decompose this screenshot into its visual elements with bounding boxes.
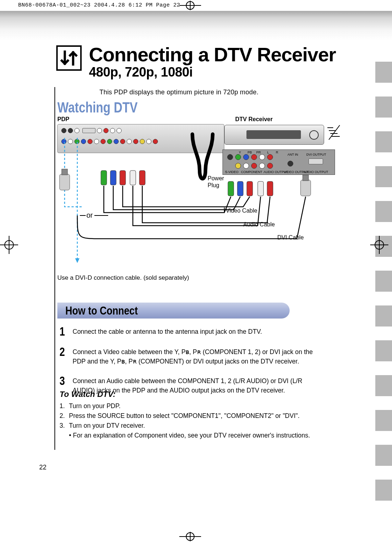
svg-rect-14 — [237, 181, 243, 196]
crop-mark-left — [0, 236, 18, 254]
svg-rect-19 — [303, 175, 309, 181]
how-to-connect-heading: How to Connect — [57, 303, 290, 319]
connection-diagram: PDP DTV Receiver Y P — [57, 116, 337, 272]
file-header: BN68-00678A-01_002~23 2004.4.28 6:12 PM … — [18, 2, 180, 8]
page-number: 22 — [39, 464, 46, 471]
transfer-icon — [56, 45, 82, 71]
side-tabs — [375, 62, 392, 514]
svg-rect-17 — [267, 181, 273, 196]
svg-rect-6 — [60, 174, 70, 190]
dtv-receiver-label: DTV Receiver — [235, 116, 273, 123]
video-cable-label: Video Cable — [226, 208, 257, 214]
dvi-note: Use a DVI-D connection cable. (sold sepa… — [57, 274, 189, 282]
svg-marker-5 — [75, 258, 79, 263]
title-block: Connecting a DTV Receiver 480p, 720p, 10… — [56, 45, 336, 80]
svg-rect-11 — [130, 171, 136, 185]
watching-heading: Watching DTV — [57, 99, 138, 116]
audio-cable-label: Audio Cable — [243, 221, 275, 228]
pdp-label: PDP — [57, 116, 69, 123]
svg-rect-7 — [62, 169, 68, 175]
svg-rect-16 — [258, 181, 264, 196]
to-watch-heading: To Watch DTV: — [60, 390, 115, 399]
pdp-rear-panel — [57, 124, 224, 153]
crop-mark-right — [370, 236, 388, 254]
dtv-receiver-front — [224, 125, 324, 145]
svg-rect-8 — [101, 171, 107, 185]
svg-rect-9 — [110, 171, 116, 185]
to-watch-list: 1.Turn on your PDP. 2.Press the SOURCE b… — [60, 401, 321, 441]
dtv-rear-panel: Y PB PR L R ANT IN DVI OUTPUT S-VIDEO CO… — [222, 149, 335, 175]
svg-rect-12 — [139, 171, 145, 185]
svg-rect-15 — [247, 181, 253, 196]
step-2: 2 Connect a Video cable between the Y, P… — [60, 345, 321, 366]
intro-text: This PDP displays the optimum picture in… — [99, 89, 258, 96]
dvi-cable-label: DVI Cable — [277, 234, 304, 241]
antenna-icon — [325, 123, 343, 141]
svg-rect-18 — [301, 180, 311, 196]
or-label: or — [86, 211, 93, 219]
crop-mark-top — [179, 1, 201, 10]
brushed-metal-strip — [0, 11, 392, 45]
svg-rect-13 — [228, 181, 234, 196]
crop-mark-bottom — [179, 532, 201, 541]
page-subtitle: 480p, 720p, 1080i — [89, 65, 336, 80]
page-title: Connecting a DTV Receiver — [89, 45, 336, 64]
power-plug-label: Power Plug — [208, 175, 224, 189]
content-rule — [54, 87, 55, 450]
svg-rect-10 — [120, 171, 126, 185]
step-1: 1 Connect the cable or antenna to the an… — [60, 325, 321, 337]
